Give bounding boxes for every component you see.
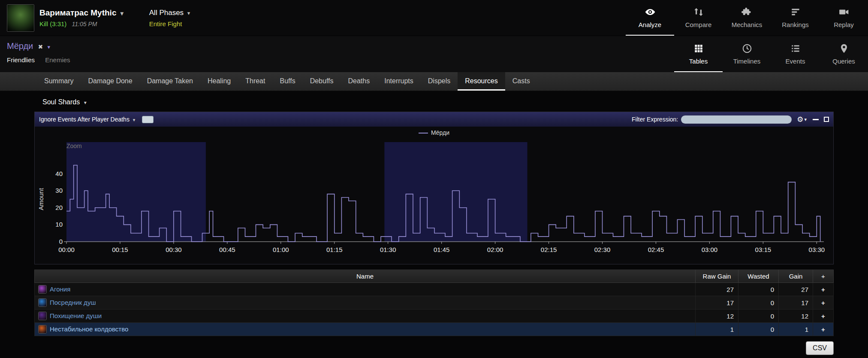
tab-enemies[interactable]: Enemies — [45, 56, 70, 64]
fight-selector[interactable]: Вариматрас Mythic ▾ — [39, 8, 124, 18]
gain-value: 1 — [779, 323, 813, 336]
column-header-raw-gain[interactable]: Raw Gain — [696, 270, 738, 283]
ignore-deaths-label: Ignore Events After Player Deaths — [39, 116, 130, 123]
filter-expression-input[interactable] — [681, 115, 792, 124]
view-tables[interactable]: Tables — [674, 36, 723, 72]
resource-step-chart[interactable]: ZoomAmount01020304000:0000:1500:3000:450… — [35, 139, 833, 264]
y-tick-label: 10 — [55, 221, 63, 228]
ability-link[interactable]: Нестабильное колдовство — [50, 325, 128, 333]
gear-icon: ⚙ — [797, 115, 803, 124]
x-tick-label: 02:45 — [648, 246, 664, 253]
player-selector[interactable]: Мёрди ✖ ▾ — [7, 41, 79, 51]
column-header-wasted[interactable]: Wasted — [738, 270, 779, 283]
fight-info: Вариматрас Mythic ▾ Kill (3:31) 11:05 PM — [39, 8, 124, 27]
tab-casts[interactable]: Casts — [505, 72, 537, 91]
view-timelines[interactable]: Timelines — [723, 36, 771, 72]
caret-down-icon: ▾ — [47, 44, 50, 50]
phase-info: All Phases ▾ Entire Fight — [149, 9, 190, 27]
chart-panel-header: Ignore Events After Player Deaths ▾ Filt… — [35, 112, 833, 127]
y-tick-label: 0 — [59, 238, 63, 245]
player-name: Мёрди — [7, 41, 33, 51]
close-icon[interactable]: ✖ — [38, 43, 43, 50]
wasted-value: 0 — [738, 309, 779, 323]
tab-dispels[interactable]: Dispels — [421, 72, 458, 91]
x-tick-label: 00:00 — [58, 246, 75, 253]
x-tick-label: 02:15 — [541, 246, 557, 253]
resource-dropdown[interactable]: Soul Shards ▾ — [42, 98, 87, 106]
column-header-plus[interactable]: + — [813, 270, 834, 283]
expand-row-button[interactable]: + — [813, 283, 834, 296]
fight-title: Вариматрас Mythic — [39, 8, 116, 17]
tab-resources[interactable]: Resources — [458, 72, 505, 91]
x-tick-label: 02:00 — [487, 246, 503, 253]
nav-label: Mechanics — [732, 21, 763, 28]
expand-row-button[interactable]: + — [813, 309, 834, 323]
table-row[interactable]: Посредник душ 17 0 17 + — [35, 296, 834, 309]
chart-legend[interactable]: Мёрди — [35, 129, 833, 139]
nav-label: Timelines — [733, 58, 761, 65]
nav-label: Queries — [832, 58, 855, 65]
ignore-deaths-dropdown[interactable]: Ignore Events After Player Deaths ▾ — [39, 116, 135, 123]
nav-rankings[interactable]: Rankings — [771, 0, 820, 36]
list-icon — [790, 43, 801, 55]
nav-analyze[interactable]: Analyze — [626, 0, 674, 36]
view-events[interactable]: Events — [771, 36, 820, 72]
tab-damage-taken[interactable]: Damage Taken — [140, 72, 200, 91]
chart-settings-button[interactable]: ⚙▾ — [797, 115, 807, 124]
compare-icon — [693, 6, 704, 19]
table-row-highlighted[interactable]: Нестабильное колдовство 1 0 1 + — [35, 323, 834, 336]
eye-icon — [645, 6, 656, 19]
nav-label: Analyze — [639, 21, 661, 28]
legend-line-swatch — [419, 133, 428, 133]
x-tick-label: 01:30 — [380, 246, 396, 253]
tab-buffs[interactable]: Buffs — [272, 72, 302, 91]
ability-icon — [38, 325, 47, 334]
x-tick-label: 01:00 — [273, 246, 289, 253]
phase-label: All Phases — [149, 9, 184, 17]
table-row[interactable]: Похищение души 12 0 12 + — [35, 309, 834, 323]
table-row[interactable]: Агония 27 0 27 + — [35, 283, 834, 296]
y-tick-label: 40 — [55, 170, 63, 177]
tab-damage-done[interactable]: Damage Done — [81, 72, 139, 91]
ability-link[interactable]: Агония — [50, 285, 70, 293]
nav-mechanics[interactable]: Mechanics — [723, 0, 771, 36]
raw-gain-value: 1 — [696, 323, 738, 336]
legend-toggle-checkbox[interactable] — [142, 116, 154, 123]
phase-selector[interactable]: All Phases ▾ — [149, 9, 190, 17]
maximize-icon[interactable] — [824, 117, 829, 122]
minimize-icon[interactable] — [813, 119, 819, 120]
tab-interrupts[interactable]: Interrupts — [377, 72, 421, 91]
nav-replay[interactable]: Replay — [820, 0, 868, 36]
zoom-label: Zoom — [66, 143, 82, 149]
ability-icon — [38, 298, 47, 307]
nav-label: Replay — [834, 21, 854, 28]
expand-row-button[interactable]: + — [813, 323, 834, 336]
boss-portrait-icon[interactable] — [7, 4, 34, 32]
replay-icon — [838, 6, 850, 19]
x-tick-label: 00:30 — [166, 246, 182, 253]
view-queries[interactable]: Queries — [820, 36, 868, 72]
ability-link[interactable]: Похищение души — [50, 312, 102, 319]
column-header-name[interactable]: Name — [35, 270, 696, 283]
tab-summary[interactable]: Summary — [37, 72, 81, 91]
resource-label: Soul Shards — [42, 98, 80, 106]
ability-link[interactable]: Посредник душ — [50, 299, 96, 306]
wasted-value: 0 — [738, 296, 779, 309]
gain-value: 12 — [779, 309, 813, 323]
tab-threat[interactable]: Threat — [238, 72, 272, 91]
csv-export-button[interactable]: CSV — [806, 341, 834, 355]
x-tick-label: 03:00 — [702, 246, 718, 253]
tab-deaths[interactable]: Deaths — [341, 72, 377, 91]
tab-debuffs[interactable]: Debuffs — [303, 72, 341, 91]
gain-value: 17 — [779, 296, 813, 309]
column-header-gain[interactable]: Gain — [779, 270, 813, 283]
caret-down-icon: ▾ — [133, 117, 136, 122]
chart-area: Мёрди ZoomAmount01020304000:0000:1500:30… — [35, 127, 833, 264]
tab-friendlies[interactable]: Friendlies — [7, 56, 35, 64]
nav-label: Compare — [685, 21, 712, 28]
tab-healing[interactable]: Healing — [200, 72, 238, 91]
expand-row-button[interactable]: + — [813, 296, 834, 309]
x-tick-label: 01:45 — [434, 246, 450, 253]
nav-compare[interactable]: Compare — [674, 0, 723, 36]
nav-label: Events — [786, 58, 805, 65]
